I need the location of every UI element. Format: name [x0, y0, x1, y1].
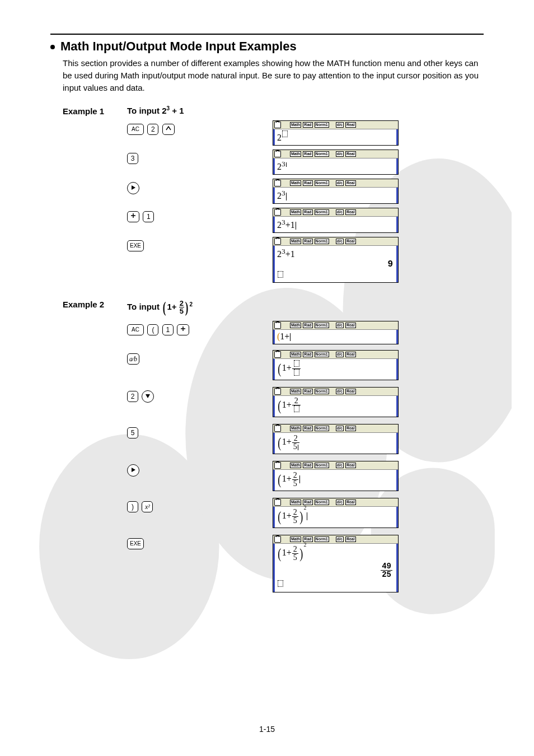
step-row: a⁄b Math Rad Norm1 d/c Real (1+ [127, 350, 484, 384]
page: Math Input/Output Mode Input Examples Th… [0, 0, 534, 756]
exe-key: EXE [127, 538, 144, 549]
step-row: EXE Math Rad Norm1 d/c Real (1+ [127, 535, 484, 596]
page-number: 1-15 [0, 725, 534, 734]
calc-screen: Math Rad Norm1 d/c Real 2 [273, 120, 399, 146]
key-sequence: 3 [127, 150, 273, 164]
calc-screen: Math Rad Norm1 d/c Real 23 [273, 150, 399, 175]
section-header: Math Input/Output Mode Input Examples [50, 39, 484, 54]
lparen-key: ( [147, 324, 158, 335]
right-arrow-key [127, 464, 139, 477]
key-sequence: AC 2 [127, 120, 273, 135]
step-row: 1 Math Rad Norm1 d/c Real 23+1 [127, 208, 484, 234]
step-row: EXE Math Rad Norm1 d/c Real 23+1 9 [127, 237, 484, 287]
calc-screen: Math Rad Norm1 d/c Real (1+25 [273, 461, 399, 491]
example-label: Example 1 [63, 105, 127, 116]
x-squared-key: x² [142, 501, 153, 512]
step-row: 3 Math Rad Norm1 d/c Real 23 [127, 150, 484, 175]
down-arrow-key [142, 390, 154, 403]
status-tag: Norm1 [315, 122, 329, 128]
step-row: ) x² Math Rad Norm1 d/c Real [127, 498, 484, 531]
calc-screen: Math Rad Norm1 d/c Real (1+25)2 4 [273, 535, 399, 592]
step-row: Math Rad Norm1 d/c Real (1+25 [127, 461, 484, 494]
screen-line: (1+25 [277, 434, 394, 451]
calc-screen: Math Rad Norm1 d/c Real (1+2 [273, 387, 399, 417]
ac-key: AC [127, 124, 144, 135]
key-sequence: AC ( 1 [127, 321, 273, 335]
plus-key [127, 211, 139, 222]
ac-key: AC [127, 324, 144, 335]
screen-line: 23+1 [277, 247, 394, 260]
screen-line: (1+25)2 [277, 545, 394, 562]
example-goal: To input 23 + 1 [127, 105, 184, 115]
status-bar: Math Rad Norm1 d/c Real [273, 121, 398, 129]
step-row: 2 Math Rad Norm1 d/c Real [127, 387, 484, 421]
step-row: 5 Math Rad Norm1 d/c Real (1+25 [127, 424, 484, 458]
calc-screen: Math Rad Norm1 d/c Real (1+ [273, 350, 399, 380]
key-sequence: 2 [127, 387, 273, 403]
section-title: Math Input/Output Mode Input Examples [60, 39, 297, 54]
result-value: 49 25 [277, 562, 394, 578]
screen-line: 2 [277, 130, 394, 143]
key-sequence: a⁄b [127, 350, 273, 365]
digit-key: 1 [162, 324, 174, 335]
step-row: AC ( 1 Math Rad Norm1 d/c Real [127, 321, 484, 347]
screen-line: (1+ [277, 331, 394, 342]
clipboard-icon [274, 122, 281, 128]
svg-marker-4 [132, 185, 135, 190]
right-arrow-key [127, 182, 139, 194]
key-sequence: EXE [127, 237, 273, 251]
step-row: Math Rad Norm1 d/c Real 23 [127, 179, 484, 204]
key-sequence [127, 179, 273, 194]
bullet-icon [50, 45, 55, 49]
rparen-key: ) [127, 501, 138, 512]
digit-key: 5 [127, 427, 138, 438]
digit-key: 1 [143, 211, 154, 222]
screen-line: (1+25)2 [277, 508, 394, 525]
screen-line: (1+2 [277, 397, 394, 414]
exe-key: EXE [127, 240, 144, 251]
calc-screen: Math Rad Norm1 d/c Real 23+1 [273, 208, 399, 234]
step-row: AC 2 Math Rad Norm1 d/c Real [127, 120, 484, 146]
example-1: Example 1 To input 23 + 1 AC 2 Math [63, 105, 484, 287]
calc-screen: Math Rad Norm1 d/c Real (1+ [273, 321, 399, 344]
status-tag: d/c [336, 122, 344, 128]
status-tag: Math [290, 122, 301, 128]
calc-screen: Math Rad Norm1 d/c Real 23+1 9 [273, 237, 399, 283]
caret-key [162, 124, 175, 135]
top-rule [50, 34, 484, 35]
svg-marker-5 [146, 394, 150, 398]
key-sequence: EXE [127, 535, 273, 549]
digit-key: 3 [127, 153, 138, 164]
section-description: This section provides a number of differ… [63, 57, 484, 94]
screen-line: 23+1 [277, 218, 394, 231]
digit-key: 2 [127, 391, 138, 402]
key-sequence [127, 461, 273, 477]
key-sequence: 5 [127, 424, 273, 438]
example-2: Example 2 To input (1+ 25)2 AC ( 1 [63, 298, 484, 596]
status-tag: Real [345, 122, 356, 128]
status-tag: Rad [303, 122, 312, 128]
screen-line: 23 [277, 189, 394, 202]
plus-key [177, 324, 189, 335]
screen-line: (1+ [277, 360, 394, 377]
digit-key: 2 [147, 124, 158, 135]
screen-line: 23 [277, 160, 394, 172]
calc-screen: Math Rad Norm1 d/c Real 23 [273, 179, 399, 204]
example-label: Example 2 [63, 298, 127, 309]
svg-marker-6 [132, 468, 135, 472]
key-sequence: ) x² [127, 498, 273, 512]
calc-screen: Math Rad Norm1 d/c Real (1+25 [273, 424, 399, 454]
screen-line: (1+25 [277, 471, 394, 488]
example-goal: To input (1+ 25)2 [127, 298, 193, 316]
fraction-key: a⁄b [127, 353, 139, 365]
result-value: 9 [277, 259, 394, 269]
calc-screen: Math Rad Norm1 d/c Real (1+25)2 [273, 498, 399, 528]
key-sequence: 1 [127, 208, 273, 222]
